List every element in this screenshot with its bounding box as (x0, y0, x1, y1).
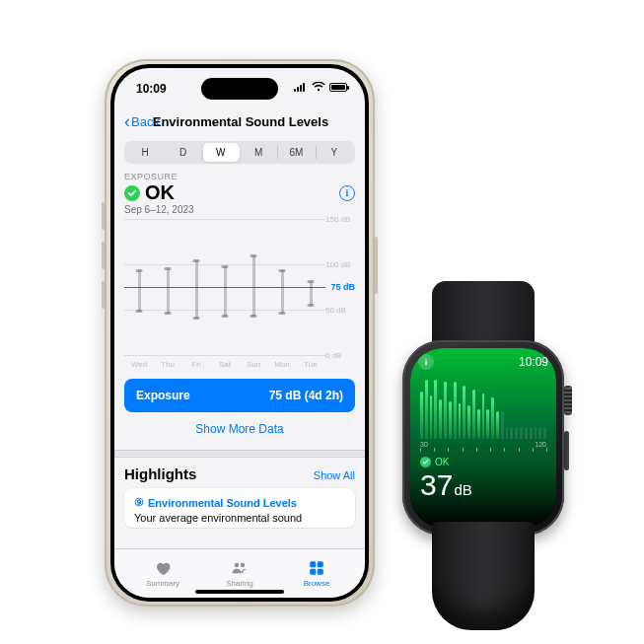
exposure-card-value: 75 dB (4d 2h) (269, 389, 343, 402)
status-time: 10:09 (136, 82, 167, 96)
highlight-card-title: Environmental Sound Levels (148, 497, 297, 509)
seg-m[interactable]: M (240, 143, 277, 162)
show-more-button[interactable]: Show More Data (124, 412, 355, 450)
seg-d[interactable]: D (164, 143, 201, 162)
iphone-device: 10:09 ‹ Back Environmental Sound Levels (105, 59, 375, 607)
svg-rect-2 (310, 569, 316, 575)
section-divider (114, 450, 365, 458)
exposure-chart[interactable]: 0 dB50 dB100 dB150 dB 75 dB WedThuFriSat… (124, 219, 355, 369)
date-range: Sep 6–12, 2023 (124, 204, 355, 215)
seg-h[interactable]: H (126, 143, 164, 162)
watch-db-value: 37dB (420, 468, 472, 502)
tab-browse[interactable]: Browse (278, 549, 355, 598)
exposure-card-label: Exposure (136, 389, 190, 402)
tab-summary[interactable]: Summary (124, 549, 201, 598)
home-indicator[interactable] (195, 590, 284, 594)
seg-y[interactable]: Y (316, 143, 353, 162)
seg-6m[interactable]: 6M (277, 143, 315, 162)
cellular-icon (294, 82, 308, 92)
show-all-button[interactable]: Show All (314, 469, 355, 481)
watch-band-bottom (432, 522, 535, 630)
page-title: Environmental Sound Levels (126, 114, 355, 129)
exposure-label: EXPOSURE (124, 172, 355, 181)
threshold-label: 75 dB (330, 282, 355, 292)
heart-icon (153, 559, 173, 577)
grid-icon (307, 559, 326, 577)
svg-rect-3 (318, 569, 323, 575)
watch-time: 10:09 (519, 355, 548, 369)
info-icon[interactable]: i (339, 185, 355, 201)
people-icon (230, 559, 250, 577)
highlight-card[interactable]: ⑨Environmental Sound Levels Your average… (124, 488, 355, 528)
watch-check-icon (420, 457, 431, 467)
ear-icon: ⑨ (134, 496, 144, 509)
dynamic-island (201, 78, 278, 100)
noise-bars (420, 376, 546, 439)
watch-info-icon[interactable]: i (418, 354, 434, 370)
svg-rect-0 (310, 561, 316, 567)
highlights-heading: Highlights (124, 465, 196, 482)
time-range-segmented[interactable]: H D W M 6M Y (124, 141, 355, 164)
digital-crown[interactable] (564, 386, 572, 415)
watch-status: OK (435, 457, 449, 467)
highlight-card-sub: Your average environmental sound (134, 512, 345, 524)
check-circle-icon (124, 185, 140, 201)
wifi-icon (312, 82, 325, 92)
watch-side-button[interactable] (564, 431, 569, 470)
seg-w[interactable]: W (202, 143, 240, 162)
exposure-summary-card[interactable]: Exposure 75 dB (4d 2h) (124, 379, 355, 412)
svg-rect-1 (318, 561, 323, 567)
apple-watch-device: i 10:09 30 120 OK 37dB (390, 340, 577, 536)
battery-icon (329, 83, 347, 92)
status-text: OK (145, 181, 175, 204)
